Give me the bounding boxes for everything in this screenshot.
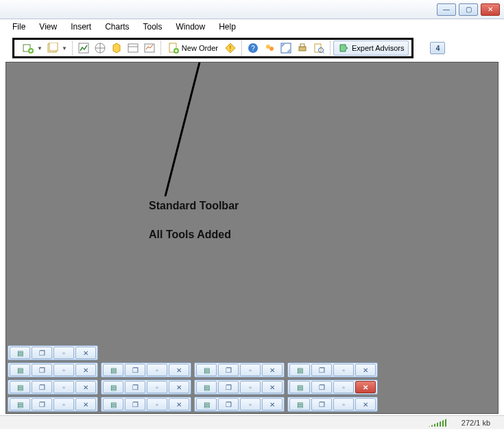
expert-advisors-button[interactable]: Expert Advisors bbox=[333, 40, 409, 56]
dropdown-arrow-icon[interactable]: ▼ bbox=[37, 45, 43, 51]
mdi-close-button[interactable]: ✕ bbox=[355, 364, 376, 376]
mdi-sysmenu-icon[interactable]: ▤ bbox=[10, 398, 30, 410]
mdi-minimized-window[interactable]: ▤❐▫✕ bbox=[8, 380, 98, 395]
mdi-maximize-button[interactable]: ▫ bbox=[240, 381, 261, 393]
mdi-restore-button[interactable]: ❐ bbox=[32, 398, 52, 410]
fullscreen-icon[interactable] bbox=[279, 41, 293, 55]
menu-help[interactable]: Help bbox=[212, 21, 243, 33]
mdi-close-button[interactable]: ✕ bbox=[169, 364, 189, 376]
new-order-icon bbox=[168, 43, 179, 54]
mdi-restore-button[interactable]: ❐ bbox=[125, 364, 145, 376]
mdi-sysmenu-icon[interactable]: ▤ bbox=[103, 398, 123, 410]
mdi-restore-button[interactable]: ❐ bbox=[32, 381, 52, 393]
mdi-maximize-button[interactable]: ▫ bbox=[333, 398, 354, 410]
toolbar-separator bbox=[330, 40, 331, 56]
mdi-close-button[interactable]: ✕ bbox=[75, 381, 96, 393]
svg-point-14 bbox=[269, 47, 274, 51]
mdi-close-button[interactable]: ✕ bbox=[75, 364, 96, 376]
print-icon[interactable] bbox=[296, 41, 309, 55]
help-icon[interactable]: ? bbox=[246, 41, 260, 55]
mdi-restore-button[interactable]: ❐ bbox=[125, 381, 145, 393]
menu-insert[interactable]: Insert bbox=[64, 21, 98, 33]
print-preview-icon[interactable] bbox=[312, 41, 326, 55]
notification-badge[interactable]: 4 bbox=[430, 42, 445, 54]
maximize-button[interactable]: ▢ bbox=[459, 3, 478, 16]
new-order-button[interactable]: New Order bbox=[164, 40, 222, 56]
mdi-maximize-button[interactable]: ▫ bbox=[147, 364, 167, 376]
mdi-restore-button[interactable]: ❐ bbox=[311, 398, 332, 410]
mdi-minimized-window[interactable]: ▤❐▫✕ bbox=[8, 397, 98, 412]
window-titlebar: — ▢ ✕ bbox=[0, 0, 504, 19]
mdi-minimized-window[interactable]: ▤❐▫✕ bbox=[101, 397, 191, 412]
mdi-sysmenu-icon[interactable]: ▤ bbox=[10, 347, 30, 359]
mdi-minimized-window[interactable]: ▤❐▫✕ bbox=[287, 362, 378, 378]
menu-view[interactable]: View bbox=[32, 21, 64, 33]
mdi-minimized-window[interactable]: ▤❐▫✕ bbox=[101, 362, 191, 378]
mdi-close-button[interactable]: ✕ bbox=[169, 398, 189, 410]
mdi-close-button[interactable]: ✕ bbox=[75, 347, 96, 359]
community-icon[interactable] bbox=[263, 41, 276, 55]
mdi-maximize-button[interactable]: ▫ bbox=[240, 398, 261, 410]
navigator-icon[interactable] bbox=[93, 41, 107, 55]
mdi-minimized-window[interactable]: ▤❐▫✕ bbox=[8, 362, 98, 378]
mdi-minimized-window-active[interactable]: ▤❐▫✕ bbox=[287, 380, 378, 395]
dropdown-arrow-icon[interactable]: ▼ bbox=[62, 45, 67, 51]
mdi-minimized-window[interactable]: ▤❐▫✕ bbox=[101, 380, 191, 395]
annotation-line1: Standard Toolbar bbox=[149, 200, 239, 212]
profiles-icon[interactable] bbox=[46, 41, 60, 55]
mdi-minimized-window[interactable]: ▤❐▫✕ bbox=[194, 362, 285, 378]
mdi-minimized-window[interactable]: ▤❐▫✕ bbox=[194, 380, 285, 395]
mdi-close-button[interactable]: ✕ bbox=[262, 398, 283, 410]
mdi-maximize-button[interactable]: ▫ bbox=[333, 381, 354, 393]
meta-editor-icon[interactable]: ! bbox=[224, 41, 237, 55]
mdi-sysmenu-icon[interactable]: ▤ bbox=[289, 364, 310, 376]
menu-charts[interactable]: Charts bbox=[98, 21, 136, 33]
mdi-restore-button[interactable]: ❐ bbox=[32, 347, 52, 359]
mdi-maximize-button[interactable]: ▫ bbox=[333, 364, 354, 376]
menu-window[interactable]: Window bbox=[169, 21, 213, 33]
menu-tools[interactable]: Tools bbox=[136, 21, 169, 33]
mdi-restore-button[interactable]: ❐ bbox=[218, 381, 239, 393]
mdi-sysmenu-icon[interactable]: ▤ bbox=[196, 398, 217, 410]
mdi-maximize-button[interactable]: ▫ bbox=[147, 381, 167, 393]
mdi-minimized-window[interactable]: ▤❐▫✕ bbox=[194, 397, 285, 412]
svg-rect-3 bbox=[49, 43, 58, 51]
strategy-tester-icon[interactable] bbox=[143, 41, 156, 55]
mdi-restore-button[interactable]: ❐ bbox=[218, 364, 239, 376]
mdi-close-button[interactable]: ✕ bbox=[355, 398, 376, 410]
market-watch-icon[interactable] bbox=[77, 41, 91, 55]
mdi-sysmenu-icon[interactable]: ▤ bbox=[103, 381, 123, 393]
mdi-close-button[interactable]: ✕ bbox=[75, 398, 96, 410]
mdi-minimized-window[interactable]: ▤❐▫✕ bbox=[287, 397, 378, 412]
mdi-maximize-button[interactable]: ▫ bbox=[147, 398, 167, 410]
mdi-close-button[interactable]: ✕ bbox=[355, 381, 376, 393]
terminal-icon[interactable] bbox=[126, 41, 140, 55]
mdi-minimized-window[interactable]: ▤ ❐ ▫ ✕ bbox=[8, 345, 98, 360]
mdi-sysmenu-icon[interactable]: ▤ bbox=[103, 364, 123, 376]
mdi-restore-button[interactable]: ❐ bbox=[311, 364, 332, 376]
mdi-restore-button[interactable]: ❐ bbox=[311, 381, 332, 393]
mdi-close-button[interactable]: ✕ bbox=[169, 381, 189, 393]
new-chart-icon[interactable] bbox=[21, 41, 35, 55]
mdi-maximize-button[interactable]: ▫ bbox=[240, 364, 261, 376]
mdi-maximize-button[interactable]: ▫ bbox=[53, 364, 74, 376]
mdi-restore-button[interactable]: ❐ bbox=[32, 364, 52, 376]
mdi-sysmenu-icon[interactable]: ▤ bbox=[289, 381, 310, 393]
mdi-close-button[interactable]: ✕ bbox=[262, 364, 283, 376]
mdi-close-button[interactable]: ✕ bbox=[262, 381, 283, 393]
mdi-restore-button[interactable]: ❐ bbox=[218, 398, 239, 410]
mdi-maximize-button[interactable]: ▫ bbox=[53, 381, 74, 393]
mdi-sysmenu-icon[interactable]: ▤ bbox=[196, 381, 217, 393]
menu-file[interactable]: File bbox=[5, 21, 32, 33]
mdi-sysmenu-icon[interactable]: ▤ bbox=[196, 364, 217, 376]
close-button[interactable]: ✕ bbox=[481, 3, 500, 16]
mdi-sysmenu-icon[interactable]: ▤ bbox=[289, 398, 310, 410]
mdi-restore-button[interactable]: ❐ bbox=[125, 398, 145, 410]
minimize-button[interactable]: — bbox=[437, 3, 456, 16]
data-window-icon[interactable] bbox=[110, 41, 123, 55]
mdi-sysmenu-icon[interactable]: ▤ bbox=[10, 364, 30, 376]
mdi-maximize-button[interactable]: ▫ bbox=[53, 347, 74, 359]
mdi-maximize-button[interactable]: ▫ bbox=[53, 398, 74, 410]
svg-point-13 bbox=[266, 45, 270, 49]
mdi-sysmenu-icon[interactable]: ▤ bbox=[10, 381, 30, 393]
